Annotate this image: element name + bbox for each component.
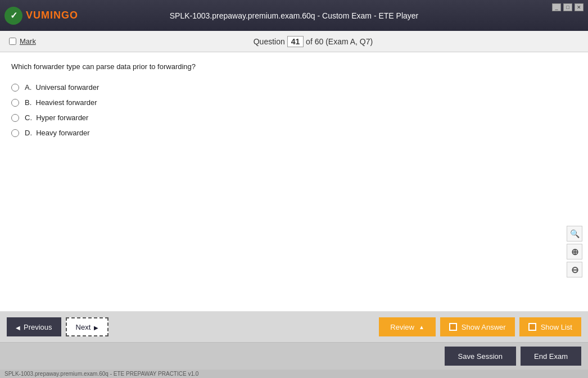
window-title: SPLK-1003.prepaway.premium.exam.60q - Cu…: [170, 11, 418, 20]
logo-text: VUMINGO: [26, 10, 78, 21]
mark-label: Mark: [20, 37, 36, 45]
chevron-left-icon: [16, 323, 20, 331]
review-label: Review: [390, 323, 414, 331]
option-item-a[interactable]: A. Universal forwarder: [11, 80, 577, 95]
show-answer-label: Show Answer: [462, 323, 506, 331]
save-session-button[interactable]: Save Session: [445, 347, 517, 366]
option-label-a: A. Universal forwarder: [25, 83, 99, 92]
end-exam-button[interactable]: End Exam: [521, 347, 581, 366]
minimize-button[interactable]: _: [552, 3, 561, 11]
bottom-action-bar: Save Session End Exam: [0, 343, 588, 370]
window-controls[interactable]: _ □ ✕: [552, 0, 584, 11]
previous-button[interactable]: Previous: [7, 317, 61, 336]
top-bar: Mark Question 41 of 60 (Exam A, Q7): [0, 31, 588, 52]
zoom-in-button[interactable]: ⊕: [567, 244, 582, 259]
show-list-button[interactable]: Show List: [519, 317, 581, 336]
show-list-label: Show List: [541, 323, 572, 331]
option-label-b: B. Heaviest forwarder: [25, 98, 97, 107]
option-label-c: C. Hyper forwarder: [25, 113, 88, 122]
question-text: Which forwarder type can parse data prio…: [0, 52, 588, 78]
option-radio-c[interactable]: [11, 114, 19, 122]
next-button[interactable]: Next: [66, 317, 109, 336]
previous-label: Previous: [24, 323, 52, 331]
main-content: Which forwarder type can parse data prio…: [0, 52, 588, 312]
maximize-button[interactable]: □: [563, 3, 572, 11]
close-button[interactable]: ✕: [575, 3, 584, 11]
footer-text: SPLK-1003.prepaway.premium.exam.60q - ET…: [4, 371, 198, 377]
option-item-b[interactable]: B. Heaviest forwarder: [11, 95, 577, 110]
review-button[interactable]: Review: [379, 317, 436, 336]
options-list: A. Universal forwarder B. Heaviest forwa…: [0, 78, 588, 143]
chevron-right-icon: [94, 323, 98, 331]
option-radio-a[interactable]: [11, 84, 19, 92]
option-item-d[interactable]: D. Heavy forwarder: [11, 125, 577, 140]
title-bar: ✓ VUMINGO SPLK-1003.prepaway.premium.exa…: [0, 0, 588, 31]
option-item-c[interactable]: C. Hyper forwarder: [11, 110, 577, 125]
question-total: of 60 (Exam A, Q7): [306, 37, 373, 46]
question-number: 41: [287, 36, 304, 47]
show-list-icon: [528, 323, 536, 331]
next-label: Next: [76, 323, 91, 331]
mark-checkbox[interactable]: Mark: [9, 37, 36, 45]
footer: SPLK-1003.prepaway.premium.exam.60q - ET…: [0, 370, 588, 378]
right-toolbar: 🔍 ⊕ ⊖: [567, 226, 582, 277]
option-radio-d[interactable]: [11, 129, 19, 137]
logo-icon: ✓: [4, 7, 22, 25]
logo-area: ✓ VUMINGO: [4, 7, 78, 25]
review-caret-icon: [419, 324, 424, 330]
mark-checkbox-input[interactable]: [9, 38, 16, 45]
bottom-nav: Previous Next Review Show Answer Show Li…: [0, 312, 588, 343]
option-label-d: D. Heavy forwarder: [25, 129, 90, 137]
question-label: Question: [254, 37, 285, 46]
search-icon-button[interactable]: 🔍: [567, 226, 582, 242]
show-answer-button[interactable]: Show Answer: [440, 317, 515, 336]
zoom-out-button[interactable]: ⊖: [567, 262, 582, 277]
show-answer-icon: [449, 323, 457, 331]
option-radio-b[interactable]: [11, 99, 19, 107]
question-info: Question 41 of 60 (Exam A, Q7): [47, 36, 579, 47]
